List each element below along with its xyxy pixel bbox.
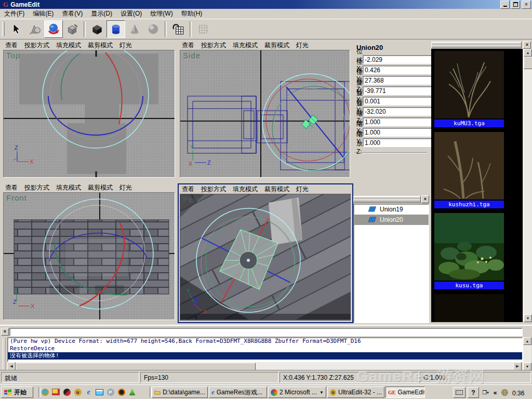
browser-icon[interactable] <box>41 388 49 396</box>
log-hscrollbar[interactable]: ◀ ▶ <box>7 362 522 370</box>
viewport-front-canvas[interactable]: Y Z X Front <box>3 192 175 320</box>
vp-menu-clip[interactable]: 裁剪模式 <box>264 41 289 50</box>
vp-menu-light[interactable]: 灯光 <box>119 41 132 50</box>
vp-menu-projection[interactable]: 投影方式 <box>24 41 49 50</box>
selected-handle-markers[interactable] <box>302 115 318 129</box>
media-player-icon[interactable] <box>117 388 126 396</box>
log-close-icon[interactable]: × <box>1 328 9 336</box>
taskbar-task-msdev[interactable]: 2 Microsoft ... ▼ <box>268 387 326 398</box>
create-cylinder-button[interactable] <box>107 20 125 38</box>
minimize-button[interactable] <box>500 1 510 9</box>
realplayer-icon[interactable] <box>62 388 71 396</box>
ie-icon[interactable]: e <box>84 388 93 396</box>
vp-menu-fill[interactable]: 填充模式 <box>56 183 81 192</box>
log-filter-input[interactable] <box>9 328 523 336</box>
texture-item[interactable]: kusu.tga <box>434 213 504 289</box>
log-output[interactable]: (Pure hw vp) Device Format: width=677 he… <box>7 337 523 362</box>
vp-menu-fill[interactable]: 填充模式 <box>233 41 258 50</box>
ultraedit-icon[interactable]: u <box>73 388 82 396</box>
texture-item[interactable]: kushuzhi.tga <box>434 132 504 208</box>
chevron-down-icon[interactable]: ▼ <box>320 390 324 395</box>
snap-grid-button[interactable] <box>169 20 188 38</box>
clock[interactable]: 0:36 <box>511 388 527 397</box>
title-bar[interactable]: G GameEdit × <box>0 0 532 9</box>
object-list[interactable]: Union19 Union20 <box>353 204 429 323</box>
create-box-button[interactable] <box>88 20 107 38</box>
vp-menu-clip[interactable]: 裁剪模式 <box>88 183 113 192</box>
log-line-selected[interactable]: 没有被选择的物体! <box>8 352 522 360</box>
viewport-top[interactable]: 查看 投影方式 填充模式 裁剪模式 灯光 <box>2 41 176 179</box>
scroll-down-icon[interactable]: ▼ <box>523 363 531 370</box>
vp-menu-clip[interactable]: 裁剪模式 <box>264 185 289 194</box>
taskbar-task-gameedit[interactable]: GE GameEdit <box>385 387 425 398</box>
taskbar-task-ultraedit[interactable]: u UltraEdit-32 - ... <box>327 387 384 398</box>
menu-settings[interactable]: 设置(O) <box>116 8 146 19</box>
taskbar-task-browser[interactable]: e GameRes游戏... <box>209 387 267 398</box>
list-item[interactable]: Union19 <box>354 204 429 215</box>
close-button[interactable]: × <box>522 1 531 9</box>
scrollbar-thumb[interactable] <box>524 57 532 69</box>
texture-name[interactable]: kusu.tga <box>434 282 504 289</box>
vp-menu-fill[interactable]: 填充模式 <box>233 185 258 194</box>
vp-menu-view[interactable]: 查看 <box>182 41 194 50</box>
select-tool-button[interactable] <box>7 20 25 38</box>
keyboard-icon[interactable] <box>453 387 466 398</box>
vp-menu-projection[interactable]: 投影方式 <box>201 185 226 194</box>
help-icon[interactable]: ? <box>468 387 479 398</box>
vp-menu-clip[interactable]: 裁剪模式 <box>88 41 113 50</box>
texture-name[interactable]: kuMU3.tga <box>434 119 504 127</box>
outlook-icon[interactable] <box>95 388 104 396</box>
network-globe-icon[interactable] <box>500 388 509 397</box>
texture-scrollbar[interactable]: ▲ ▼ <box>523 49 532 322</box>
menu-edit[interactable]: 编辑(E) <box>29 8 58 19</box>
viewport-front[interactable]: 查看 投影方式 填充模式 裁剪模式 灯光 <box>2 183 176 321</box>
viewport-top-canvas[interactable]: Z X Top <box>3 50 175 178</box>
scroll-left-icon[interactable]: ◀ <box>7 362 16 370</box>
list-item-selected[interactable]: Union20 <box>354 215 429 225</box>
menu-help[interactable]: 帮助(H) <box>177 8 207 19</box>
menu-display[interactable]: 显示(D) <box>87 8 116 19</box>
start-button[interactable]: 开始 <box>1 387 33 398</box>
scroll-right-icon[interactable]: ▶ <box>513 362 522 370</box>
viewport-persp[interactable]: 查看 投影方式 填充模式 裁剪模式 灯光 <box>178 183 353 323</box>
viewport-side-canvas[interactable]: Y X Z Side <box>180 50 350 178</box>
vp-menu-view[interactable]: 查看 <box>182 185 194 194</box>
texture-panel-close-icon[interactable]: × <box>523 41 531 49</box>
vp-menu-fill[interactable]: 填充模式 <box>56 41 81 50</box>
object-panel-close-icon[interactable]: × <box>421 195 429 203</box>
toolbar-grip[interactable] <box>2 22 5 36</box>
flashget-icon[interactable] <box>128 388 137 396</box>
maximize-button[interactable] <box>511 1 520 9</box>
texture-name[interactable]: kushuzhi.tga <box>434 201 504 208</box>
scroll-down-icon[interactable]: ▼ <box>524 314 532 322</box>
menu-view[interactable]: 查看(V) <box>58 8 87 19</box>
vp-menu-projection[interactable]: 投影方式 <box>24 183 49 192</box>
viewport-persp-canvas[interactable]: Y Z X Persp <box>180 194 351 321</box>
create-sphere-button[interactable] <box>144 20 163 38</box>
scale-tool-button[interactable] <box>63 20 82 38</box>
texture-item[interactable]: kuMU3.tga <box>434 51 504 127</box>
vp-menu-projection[interactable]: 投影方式 <box>201 41 226 50</box>
log-grip[interactable] <box>3 338 6 369</box>
messenger-icon[interactable]: P <box>106 388 115 396</box>
vp-menu-light[interactable]: 灯光 <box>296 41 309 50</box>
menu-texture[interactable]: 纹理(W) <box>146 8 177 19</box>
tray-collapse-icon[interactable]: « <box>492 388 498 397</box>
display-icon[interactable]: ❐▾ <box>481 388 490 397</box>
scroll-up-icon[interactable]: ▲ <box>524 49 532 57</box>
texture-item-partial[interactable] <box>434 294 504 322</box>
texture-list[interactable]: kuMU3.tga kushuzhi.tga <box>431 49 523 322</box>
rotate-tool-button[interactable] <box>44 20 63 38</box>
vp-menu-light[interactable]: 灯光 <box>296 185 309 194</box>
object-panel-grip[interactable] <box>353 196 421 203</box>
log-vscrollbar[interactable]: ▲ ▼ <box>523 337 531 370</box>
viewport-side[interactable]: 查看 投影方式 填充模式 裁剪模式 灯光 <box>179 41 351 179</box>
vp-menu-view[interactable]: 查看 <box>5 41 18 50</box>
scroll-up-icon[interactable]: ▲ <box>523 337 531 345</box>
menu-file[interactable]: 文件(F) <box>0 8 29 19</box>
create-cone-button[interactable] <box>125 20 144 38</box>
texture-panel-grip[interactable] <box>431 42 522 48</box>
vp-menu-view[interactable]: 查看 <box>5 183 18 192</box>
image-viewer-icon[interactable] <box>51 388 60 396</box>
vp-menu-light[interactable]: 灯光 <box>119 183 132 192</box>
